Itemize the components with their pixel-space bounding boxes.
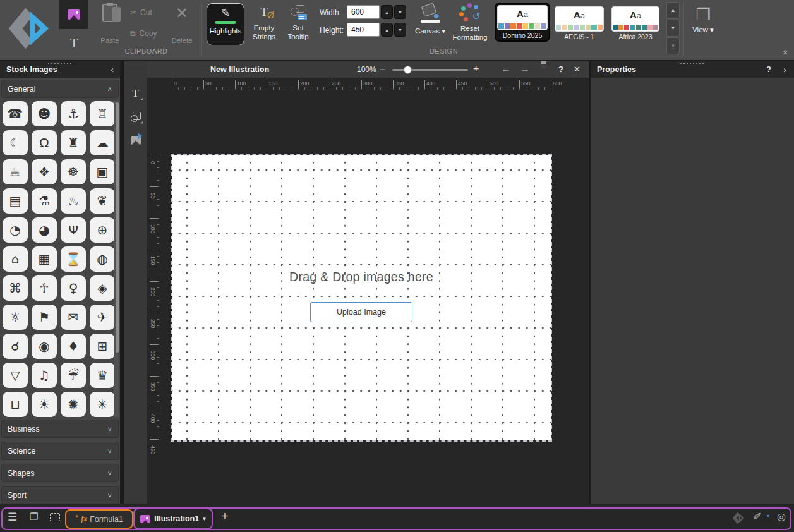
- text-tool-button[interactable]: T◢: [128, 85, 143, 101]
- stock-image-delivery-truck[interactable]: ▣: [90, 159, 115, 184]
- canvas-dropdown-button[interactable]: Canvas ▾: [412, 3, 448, 36]
- properties-help-button[interactable]: ?: [766, 64, 771, 74]
- gallery-expand-button[interactable]: ˅: [666, 37, 680, 54]
- section-header-sport[interactable]: Sport˅: [1, 486, 119, 504]
- width-down-button[interactable]: ▼: [394, 5, 406, 19]
- theme-card-domino-2025[interactable]: AaDomino 2025: [495, 3, 550, 42]
- zoom-slider-knob[interactable]: [404, 66, 412, 74]
- zoom-out-button[interactable]: −: [380, 64, 385, 75]
- stock-image-layers[interactable]: ◈: [90, 275, 115, 301]
- copy-button[interactable]: ⧉Copy: [130, 29, 157, 38]
- stock-image-fire[interactable]: ❦: [90, 188, 115, 214]
- stock-image-anchor[interactable]: ⚓: [61, 101, 86, 126]
- stock-image-crown[interactable]: ♛: [90, 363, 115, 388]
- stock-image-hourglass[interactable]: ⌛: [61, 246, 86, 272]
- height-input[interactable]: [347, 23, 380, 37]
- stock-image-diamond[interactable]: ♦: [61, 334, 86, 359]
- section-header-shapes[interactable]: Shapes˅: [1, 464, 119, 482]
- collapse-properties-icon[interactable]: ›: [783, 64, 786, 75]
- panel-gripper[interactable]: [680, 63, 704, 64]
- stock-image-coffee[interactable]: ☕: [3, 159, 28, 184]
- stock-image-sun-rays[interactable]: ✳: [90, 392, 115, 417]
- empty-strings-button[interactable]: TØ EmptyStrings: [249, 5, 279, 42]
- close-document-button[interactable]: ✕: [574, 64, 580, 74]
- stock-image-cold-drink[interactable]: ♨: [61, 188, 86, 214]
- canvas-paper[interactable]: Drag & Drop images here Upload Image: [172, 155, 551, 440]
- highlights-button[interactable]: ✎ Highlights: [207, 3, 244, 45]
- width-input[interactable]: [347, 5, 380, 19]
- stock-image-bell[interactable]: Ω: [32, 130, 57, 155]
- gallery-up-button[interactable]: ▲: [666, 2, 680, 19]
- stock-image-network[interactable]: ☸: [61, 159, 86, 184]
- collapse-ribbon-button[interactable]: »: [779, 41, 791, 55]
- view-dropdown-button[interactable]: ❐ View ▾: [687, 5, 719, 35]
- stock-image-globe[interactable]: ⊕: [90, 217, 115, 243]
- reset-formatting-button[interactable]: ↺ ResetFormatting: [450, 3, 490, 42]
- stock-image-sun-bright[interactable]: ✺: [61, 392, 86, 417]
- stock-image-key[interactable]: ♀: [61, 275, 86, 301]
- stock-image-graduation-cap[interactable]: ❖: [32, 159, 57, 184]
- sidebar-scrollbar[interactable]: [114, 101, 119, 417]
- stock-image-music[interactable]: ♫: [32, 363, 57, 388]
- help-button[interactable]: ?: [558, 64, 563, 74]
- redo-button[interactable]: →: [520, 63, 530, 75]
- section-header-general[interactable]: General˄: [1, 80, 119, 98]
- gallery-down-button[interactable]: ▼: [666, 20, 680, 37]
- tab-image-editor[interactable]: [59, 0, 88, 29]
- stock-image-castle[interactable]: ♜: [61, 130, 86, 155]
- tab-dropdown-caret[interactable]: ▾: [203, 516, 206, 522]
- stock-image-rain[interactable]: ☔: [61, 363, 86, 388]
- stock-image-office-building[interactable]: ▦: [32, 246, 57, 272]
- stock-image-airplane[interactable]: ✈: [90, 305, 115, 330]
- stock-image-power-button[interactable]: ◉: [32, 334, 57, 359]
- stock-image-bat[interactable]: ☾: [3, 130, 28, 155]
- stock-image-support-24h[interactable]: ☎: [3, 101, 28, 126]
- stock-image-gift[interactable]: ⊞: [90, 334, 115, 359]
- stock-image-globe-grid[interactable]: ◍: [90, 246, 115, 272]
- stock-image-home[interactable]: ⌂: [3, 246, 28, 272]
- pin-tool-button[interactable]: ✐: [753, 511, 761, 523]
- panel-gripper[interactable]: [48, 63, 72, 64]
- stock-image-head-gears[interactable]: ☻: [32, 101, 57, 126]
- stock-image-mail[interactable]: ✉: [61, 305, 86, 330]
- stock-image-wine-bottle[interactable]: ⚗: [32, 188, 57, 214]
- menu-button[interactable]: ☰: [8, 511, 17, 524]
- section-header-business[interactable]: Business˅: [1, 420, 119, 438]
- collapse-panel-icon[interactable]: ‹: [111, 64, 114, 75]
- undo-button[interactable]: ←: [501, 63, 511, 75]
- add-tab-button[interactable]: +: [221, 509, 229, 524]
- cut-button[interactable]: ✂Cut: [130, 8, 152, 17]
- stock-image-gauge[interactable]: ◔: [3, 217, 28, 243]
- stock-image-wine-glass[interactable]: Ψ: [61, 217, 86, 243]
- stock-image-clipboard[interactable]: ▤: [3, 188, 28, 214]
- paste-button[interactable]: Paste: [95, 4, 125, 45]
- tab-text[interactable]: T: [59, 29, 88, 57]
- zoom-slider[interactable]: [392, 69, 468, 71]
- spiral-tool-button[interactable]: ◎: [777, 511, 786, 523]
- zoom-in-button[interactable]: +: [473, 63, 479, 75]
- marquee-select-button[interactable]: [50, 513, 60, 521]
- panel-splitter[interactable]: [120, 60, 122, 504]
- upload-image-button[interactable]: Upload Image: [310, 302, 412, 322]
- set-tooltip-button[interactable]: SetTooltip: [282, 5, 315, 42]
- stock-image-sun[interactable]: ☀: [32, 392, 57, 417]
- section-header-science[interactable]: Science˅: [1, 442, 119, 460]
- stock-image-power-plug[interactable]: ☌: [3, 334, 28, 359]
- sidebar-scrollbar-thumb[interactable]: [116, 102, 119, 353]
- stock-image-weather-clouds[interactable]: ☁: [90, 130, 115, 155]
- height-down-button[interactable]: ▼: [394, 23, 406, 37]
- stock-image-bank[interactable]: ♖: [90, 101, 115, 126]
- theme-card-aegis-1[interactable]: AaAEGIS - 1: [552, 3, 606, 43]
- width-up-button[interactable]: ▲: [381, 5, 393, 19]
- height-up-button[interactable]: ▲: [381, 23, 393, 37]
- stock-image-gamepad[interactable]: ⌘: [3, 275, 28, 301]
- tab-illustration1[interactable]: Illustration1 ▾: [133, 508, 213, 529]
- shape-tool-button[interactable]: ◢: [128, 109, 143, 124]
- tab-formula1[interactable]: * fx Formula1: [65, 509, 133, 529]
- stock-image-basket[interactable]: ▽: [3, 363, 28, 388]
- pin-dropdown-caret[interactable]: ▾: [767, 513, 769, 519]
- find-pages-button[interactable]: ❐: [30, 511, 38, 523]
- theme-card-africa-2023[interactable]: AaAfrica 2023: [609, 3, 662, 43]
- delete-button[interactable]: ✕ Delete: [165, 4, 198, 45]
- stock-image-idea-bulb[interactable]: ☼: [3, 305, 28, 330]
